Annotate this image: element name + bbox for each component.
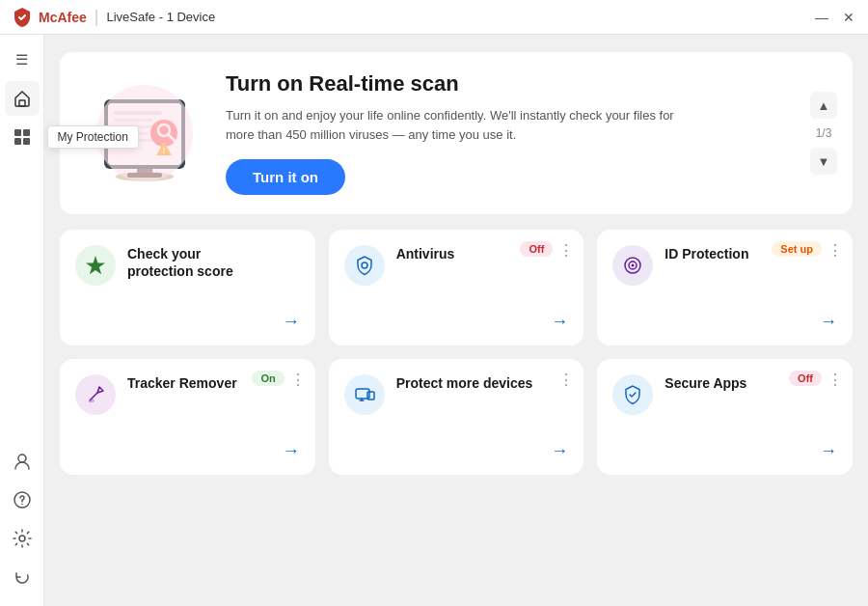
sidebar-menu-toggle[interactable]: ☰ (5, 42, 40, 77)
tracker-remover-menu[interactable]: ⋮ (290, 371, 306, 389)
close-button[interactable]: ✕ (841, 10, 856, 25)
card-id-protection: Set up ⋮ ID Protection → (597, 230, 853, 345)
banner-card: ! Turn on Real-time scan Turn it on and … (60, 52, 853, 214)
cards-grid: Check yourprotection score → Off ⋮ Antiv… (60, 230, 853, 475)
banner-nav-down[interactable]: ▼ (810, 148, 837, 175)
antivirus-menu[interactable]: ⋮ (558, 241, 574, 260)
sidebar-item-my-protection[interactable]: My Protection (5, 120, 40, 154)
card-antivirus: Off ⋮ Antivirus → (329, 230, 584, 345)
svg-point-5 (18, 454, 26, 462)
card-arrow[interactable]: → (820, 441, 837, 461)
card-protection-score: Check yourprotection score → (60, 230, 315, 345)
main-content: ! Turn on Real-time scan Turn it on and … (44, 35, 868, 606)
home-icon (13, 89, 32, 108)
card-arrow[interactable]: → (283, 312, 300, 332)
card-title: Secure Apps (665, 374, 746, 392)
card-arrow[interactable]: → (820, 312, 837, 332)
card-protect-devices: ⋮ Protect more devices → (329, 359, 584, 475)
chevron-up-icon: ▲ (818, 98, 830, 113)
help-icon (13, 490, 32, 510)
menu-icon: ☰ (15, 51, 28, 69)
broom-icon (85, 384, 106, 405)
sidebar-item-home[interactable] (5, 81, 40, 116)
protect-devices-menu[interactable]: ⋮ (558, 371, 574, 389)
card-arrow[interactable]: → (551, 312, 568, 332)
card-header: Check yourprotection score (75, 245, 300, 286)
sidebar-bottom (5, 444, 40, 606)
titlebar: McAfee | LiveSafe - 1 Device — ✕ (0, 0, 868, 35)
sidebar: ☰ My Protection (0, 35, 44, 606)
mcafee-shield-icon (12, 7, 33, 28)
banner-nav-up[interactable]: ▲ (810, 92, 837, 119)
tracker-remover-badge: On (252, 371, 284, 386)
card-title: Tracker Remover (127, 374, 237, 392)
minimize-button[interactable]: — (814, 10, 829, 25)
antivirus-badge: Off (520, 241, 553, 257)
app-logo: McAfee (12, 7, 87, 28)
protection-score-icon (75, 245, 116, 286)
secure-apps-menu[interactable]: ⋮ (827, 371, 843, 389)
turn-on-button[interactable]: Turn it on (226, 159, 345, 195)
app-body: ☰ My Protection (0, 35, 868, 606)
title-separator: | (95, 7, 99, 27)
sidebar-item-refresh[interactable] (5, 560, 40, 594)
id-protection-badge: Set up (772, 241, 822, 257)
refresh-icon (13, 567, 32, 587)
sidebar-item-settings[interactable] (5, 521, 40, 556)
my-protection-tooltip: My Protection (47, 125, 139, 149)
svg-point-8 (19, 536, 25, 541)
id-protection-menu[interactable]: ⋮ (827, 241, 843, 260)
card-title: Protect more devices (396, 374, 533, 392)
svg-rect-0 (19, 100, 25, 106)
secure-apps-icon (612, 374, 653, 415)
card-arrow[interactable]: → (283, 441, 300, 461)
svg-rect-4 (23, 138, 30, 145)
svg-point-7 (21, 504, 23, 506)
fingerprint-icon (622, 255, 643, 276)
card-title: Check yourprotection score (127, 245, 233, 280)
secure-apps-badge: Off (789, 371, 822, 386)
secure-apps-shield-icon (622, 384, 643, 405)
svg-point-27 (632, 264, 635, 267)
svg-rect-1 (14, 129, 21, 136)
card-secure-apps: Off ⋮ Secure Apps → (597, 359, 853, 475)
svg-rect-3 (14, 138, 21, 145)
banner-navigation: ▲ 1/3 ▼ (810, 92, 837, 175)
banner-counter: 1/3 (816, 126, 832, 140)
card-title: ID Protection (665, 245, 748, 262)
card-tracker-remover: On ⋮ Tracker Remover → (60, 359, 315, 475)
banner-text: Turn on Real-time scan Turn it on and en… (226, 71, 826, 195)
tracker-remover-icon (75, 374, 116, 415)
sidebar-item-user[interactable] (5, 444, 40, 479)
card-header: Protect more devices (344, 374, 569, 415)
shield-icon (354, 255, 375, 276)
star-icon (84, 254, 107, 277)
sidebar-item-help[interactable] (5, 482, 40, 517)
window-title: LiveSafe - 1 Device (106, 10, 215, 24)
devices-icon (354, 384, 375, 405)
card-arrow[interactable]: → (551, 441, 568, 461)
chevron-down-icon: ▼ (818, 154, 830, 169)
card-title: Antivirus (396, 245, 455, 262)
svg-rect-2 (23, 129, 30, 136)
protect-devices-icon (344, 374, 385, 415)
antivirus-icon (344, 245, 385, 286)
grid-icon (13, 127, 32, 147)
svg-point-24 (362, 262, 367, 268)
settings-icon (13, 529, 32, 548)
id-protection-icon (612, 245, 653, 286)
app-name: McAfee (39, 10, 87, 25)
window-controls: — ✕ (814, 10, 856, 25)
banner-title: Turn on Real-time scan (226, 71, 826, 96)
user-icon (13, 452, 32, 471)
banner-description: Turn it on and enjoy your life online co… (226, 106, 689, 144)
